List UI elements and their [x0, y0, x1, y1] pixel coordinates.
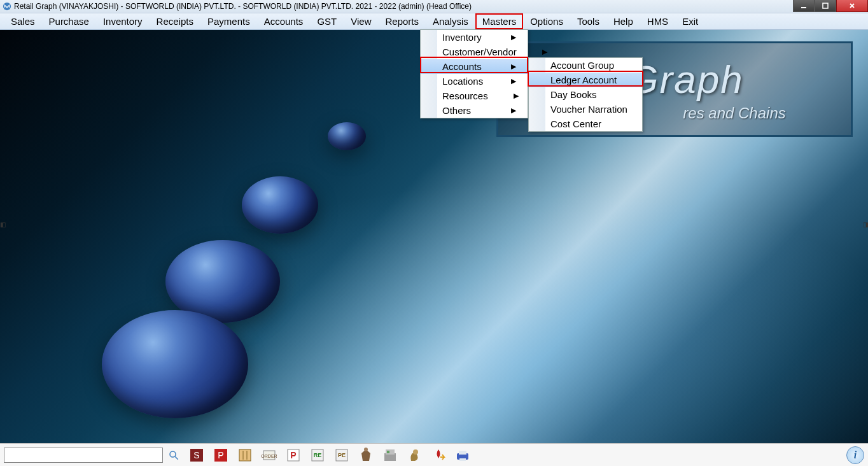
menu-reports[interactable]: Reports [378, 13, 426, 29]
decor-sphere [328, 122, 366, 150]
toolbar-icon-12[interactable] [453, 446, 472, 465]
menu-accounts[interactable]: Accounts [257, 13, 311, 29]
decor-sphere [242, 176, 318, 234]
menu-help[interactable]: Help [606, 13, 640, 29]
toolbar-icon-3[interactable] [235, 446, 255, 465]
chevron-right-icon: ▶ [511, 33, 516, 41]
svg-text:PE: PE [338, 452, 346, 458]
window-controls [793, 0, 868, 12]
menu-view[interactable]: View [344, 13, 378, 29]
decor-sphere [102, 310, 248, 418]
menu-exit[interactable]: Exit [675, 13, 705, 29]
svg-line-6 [175, 456, 178, 460]
toolbar-icon-5[interactable]: P [284, 446, 303, 465]
svg-text:RE: RE [314, 452, 322, 458]
menu-purchase[interactable]: Purchase [42, 13, 96, 29]
svg-point-24 [413, 449, 418, 455]
menu-tools[interactable]: Tools [570, 13, 606, 29]
svg-text:P: P [290, 450, 296, 460]
svg-point-5 [170, 451, 176, 457]
menu-analysis[interactable]: Analysis [426, 13, 475, 29]
svg-text:P: P [218, 450, 223, 460]
maximize-button[interactable] [815, 0, 836, 12]
masters-dropdown: Inventory▶ Customer/Vendor▶ Accounts▶ Lo… [420, 29, 528, 118]
menu-masters[interactable]: Masters [475, 13, 523, 29]
app-icon [3, 2, 11, 11]
search-button[interactable] [165, 447, 182, 463]
window-title: Retail Graph (VINAYAKJOSHI) - SOFTWORLD … [14, 2, 472, 11]
voucher-narration-item[interactable]: Voucher Narration [529, 102, 642, 117]
menu-receipts[interactable]: Receipts [150, 13, 200, 29]
svg-text:ORDER: ORDER [261, 454, 277, 458]
masters-customer-vendor-item[interactable]: Customer/Vendor▶ [421, 45, 528, 59]
menu-inventory[interactable]: Inventory [96, 13, 150, 29]
menubar: Sales Purchase Inventory Receipts Paymen… [0, 13, 868, 30]
ledger-account-item[interactable]: Ledger Account [529, 73, 642, 87]
masters-others-item[interactable]: Others▶ [421, 103, 528, 118]
menu-gst[interactable]: GST [310, 13, 344, 29]
svg-point-20 [364, 448, 368, 451]
menu-payments[interactable]: Payments [200, 13, 257, 29]
search-icon [168, 449, 179, 461]
menu-hms[interactable]: HMS [640, 13, 675, 29]
svg-rect-2 [823, 3, 828, 8]
info-button[interactable]: i [846, 446, 864, 464]
accounts-submenu: Account Group Ledger Account Day Books V… [528, 57, 643, 132]
svg-rect-27 [459, 458, 466, 461]
svg-text:S: S [193, 450, 199, 460]
account-group-item[interactable]: Account Group [529, 58, 642, 73]
window-titlebar: Retail Graph (VINAYAKJOSHI) - SOFTWORLD … [0, 0, 868, 13]
masters-resources-item[interactable]: Resources▶ [421, 88, 528, 103]
toolbar-icon-9[interactable] [381, 446, 400, 465]
toolbar-icon-10[interactable] [405, 446, 424, 465]
masters-accounts-item[interactable]: Accounts▶ [421, 59, 528, 74]
masters-inventory-item[interactable]: Inventory▶ [421, 30, 528, 45]
close-button[interactable] [836, 0, 868, 12]
bottom-toolbar: S P ORDER P RE PE i [0, 443, 868, 466]
toolbar-icon-8[interactable] [356, 446, 375, 465]
toolbar-icon-6[interactable]: RE [308, 446, 327, 465]
day-books-item[interactable]: Day Books [529, 87, 642, 102]
menu-options[interactable]: Options [523, 13, 570, 29]
svg-point-0 [3, 3, 11, 10]
minimize-button[interactable] [793, 0, 815, 12]
left-dock-handle[interactable]: ◧ [0, 221, 5, 229]
svg-rect-23 [387, 451, 389, 453]
cost-center-item[interactable]: Cost Center [529, 117, 642, 131]
chevron-right-icon: ▶ [511, 77, 516, 85]
toolbar-icon-11[interactable] [429, 446, 448, 465]
chevron-right-icon: ▶ [511, 106, 516, 115]
masters-locations-item[interactable]: Locations▶ [421, 74, 528, 88]
chevron-right-icon: ▶ [514, 92, 519, 100]
svg-rect-26 [459, 451, 466, 455]
chevron-right-icon: ▶ [511, 62, 516, 71]
search-input[interactable] [4, 448, 163, 463]
chevron-right-icon: ▶ [542, 48, 547, 56]
toolbar-icon-1[interactable]: S [187, 446, 206, 465]
toolbar-icon-7[interactable]: PE [332, 446, 351, 465]
svg-rect-11 [239, 449, 251, 461]
right-dock-handle[interactable]: ◨ [863, 221, 868, 229]
menu-sales[interactable]: Sales [4, 13, 42, 29]
toolbar-icon-4[interactable]: ORDER [260, 446, 279, 465]
toolbar-icon-2[interactable]: P [211, 446, 230, 465]
